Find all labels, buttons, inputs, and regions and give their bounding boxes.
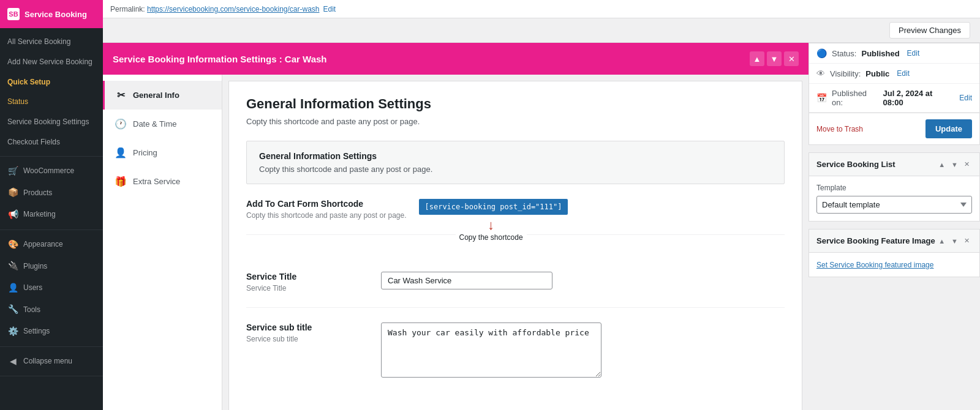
sidebar-item-plugins[interactable]: 🔌 Plugins: [0, 255, 103, 277]
tab-general-info[interactable]: ✂ General Info: [103, 81, 222, 110]
service-title-label-area: Service Title Service Title: [246, 272, 369, 293]
template-select[interactable]: Default template: [816, 196, 972, 214]
feature-image-up-button[interactable]: ▲: [936, 236, 948, 246]
copy-tooltip: ↓ Copy the shortcode: [456, 218, 527, 243]
status-row: 🔵 Status: Published Edit: [809, 43, 979, 64]
service-title-label: Service Title: [246, 272, 369, 281]
sidebar-item-checkout-fields[interactable]: Checkout Fields: [0, 132, 103, 152]
sidebar-item-label: Checkout Fields: [7, 137, 60, 147]
status-icon: 🔵: [816, 48, 827, 58]
sidebar-service-booking-section: All Service Booking Add New Service Book…: [0, 28, 103, 157]
shortcode-form-row: Add To Cart Form Shortcode Copty this sh…: [246, 199, 785, 235]
plugins-icon: 🔌: [7, 260, 18, 272]
service-subtitle-form-row: Service sub title Service sub title: [246, 322, 785, 392]
publish-box: 🔵 Status: Published Edit 👁 Visibility: P…: [809, 43, 980, 145]
service-title-input[interactable]: [381, 272, 552, 289]
update-button[interactable]: Update: [925, 119, 972, 138]
set-featured-image-link[interactable]: Set Service Booking featured image: [816, 261, 933, 269]
collapse-icon: ◀: [7, 356, 18, 368]
section-collapse-down-button[interactable]: ▼: [767, 51, 782, 66]
sidebar-item-collapse[interactable]: ◀ Collapse menu: [0, 351, 103, 373]
feature-image-controls: ▲ ▼ ✕: [936, 236, 972, 246]
service-title-form-row: Service Title Service Title: [246, 272, 785, 308]
sidebar-item-status[interactable]: Status: [0, 92, 103, 112]
sidebar-plugin-title: Service Booking: [24, 10, 87, 19]
woocommerce-icon: 🛒: [7, 165, 18, 177]
published-label: Published on:: [832, 89, 878, 107]
permalink-edit-link[interactable]: Edit: [323, 5, 336, 13]
booking-list-section: Service Booking List ▲ ▼ ✕ Template Defa…: [809, 152, 980, 222]
visibility-edit-link[interactable]: Edit: [897, 69, 910, 78]
sidebar-item-label: Status: [7, 97, 28, 107]
service-title-row-top: Service Title Service Title: [246, 272, 785, 293]
shortcode-input-area: [service-booking post_id="111"] ↓ Copy t…: [419, 199, 785, 215]
info-box: General Information Settings Copty this …: [246, 141, 785, 184]
service-subtitle-textarea[interactable]: [381, 322, 601, 378]
status-value: Published: [861, 49, 899, 58]
permalink-url[interactable]: https://servicebooking.com/service-booki…: [147, 5, 319, 13]
inner-layout: ✂ General Info 🕐 Date & Time 👤 Pricing 🎁…: [103, 75, 809, 410]
booking-list-up-button[interactable]: ▲: [936, 159, 948, 170]
booking-list-close-button[interactable]: ✕: [962, 159, 972, 170]
shortcode-label-area: Add To Cart Form Shortcode Copty this sh…: [246, 199, 407, 220]
visibility-label: Visibility:: [830, 69, 861, 78]
feature-image-title: Service Booking Feature Image: [816, 236, 935, 245]
section-header-controls: ▲ ▼ ✕: [750, 51, 799, 66]
sidebar-item-settings[interactable]: ⚙️ Settings: [0, 321, 103, 343]
section-header-title: Service Booking Information Settings : C…: [113, 54, 327, 64]
service-title-sublabel: Service Title: [246, 284, 369, 293]
sidebar-item-label: Plugins: [23, 261, 47, 272]
tab-content-panel: General Information Settings Copty this …: [228, 81, 802, 410]
info-box-desc: Copty this shortcode and paste any post …: [259, 165, 772, 174]
move-to-trash-link[interactable]: Move to Trash: [816, 125, 863, 133]
section-collapse-up-button[interactable]: ▲: [750, 51, 764, 66]
booking-list-controls: ▲ ▼ ✕: [936, 159, 972, 170]
content-area: Service Booking Information Settings : C…: [103, 43, 980, 410]
feature-image-body: Set Service Booking featured image: [809, 253, 979, 277]
feature-image-section: Service Booking Feature Image ▲ ▼ ✕ Set …: [809, 229, 980, 277]
service-subtitle-sublabel: Service sub title: [246, 335, 369, 343]
sidebar-item-add-new[interactable]: Add New Service Booking: [0, 52, 103, 72]
pricing-icon: 👤: [115, 147, 127, 158]
sidebar-item-products[interactable]: 📦 Products: [0, 182, 103, 204]
tab-label: Date & Time: [133, 119, 177, 129]
sidebar-item-all-service-booking[interactable]: All Service Booking: [0, 32, 103, 52]
tab-date-time[interactable]: 🕐 Date & Time: [103, 110, 222, 138]
booking-list-body: Template Default template: [809, 176, 979, 221]
info-box-title: General Information Settings: [259, 151, 772, 161]
published-date-row: 📅 Published on: Jul 2, 2024 at 08:00 Edi…: [809, 84, 979, 113]
sidebar-item-users[interactable]: 👤 Users: [0, 277, 103, 299]
users-icon: 👤: [7, 282, 18, 294]
sidebar-plugin-header[interactable]: SB Service Booking: [0, 0, 103, 28]
settings-icon: ⚙️: [7, 326, 18, 338]
main-content: Permalink: https://servicebooking.com/se…: [103, 0, 980, 410]
status-label: Status:: [832, 49, 856, 58]
sidebar-item-label: Collapse menu: [23, 356, 72, 367]
published-edit-link[interactable]: Edit: [959, 94, 972, 102]
shortcode-row-top: Add To Cart Form Shortcode Copty this sh…: [246, 199, 785, 220]
status-edit-link[interactable]: Edit: [907, 49, 920, 58]
tab-pricing[interactable]: 👤 Pricing: [103, 138, 222, 167]
feature-image-header: Service Booking Feature Image ▲ ▼ ✕: [809, 229, 979, 253]
sidebar-item-appearance[interactable]: 🎨 Appearance: [0, 234, 103, 256]
extra-service-icon: 🎁: [115, 176, 127, 187]
sidebar-item-quick-setup[interactable]: Quick Setup: [0, 72, 103, 92]
section-close-button[interactable]: ✕: [784, 51, 799, 66]
preview-changes-button[interactable]: Preview Changes: [889, 22, 970, 39]
sidebar-item-label: WooCommerce: [23, 166, 74, 176]
sidebar-item-marketing[interactable]: 📢 Marketing: [0, 204, 103, 226]
shortcode-value[interactable]: [service-booking post_id="111"]: [419, 199, 568, 215]
sidebar-item-tools[interactable]: 🔧 Tools: [0, 299, 103, 321]
feature-image-close-button[interactable]: ✕: [962, 236, 972, 246]
section-header: Service Booking Information Settings : C…: [103, 43, 809, 75]
sidebar-item-sb-settings[interactable]: Service Booking Settings: [0, 112, 103, 132]
booking-list-down-button[interactable]: ▼: [949, 159, 960, 170]
sidebar-item-woocommerce[interactable]: 🛒 WooCommerce: [0, 160, 103, 182]
feature-image-down-button[interactable]: ▼: [949, 236, 960, 246]
sidebar: SB Service Booking All Service Booking A…: [0, 0, 103, 410]
plugin-icon: SB: [7, 8, 20, 20]
booking-list-header: Service Booking List ▲ ▼ ✕: [809, 153, 979, 176]
tab-extra-service[interactable]: 🎁 Extra Service: [103, 167, 222, 196]
sidebar-item-label: Users: [23, 283, 42, 293]
booking-list-title: Service Booking List: [816, 160, 895, 169]
